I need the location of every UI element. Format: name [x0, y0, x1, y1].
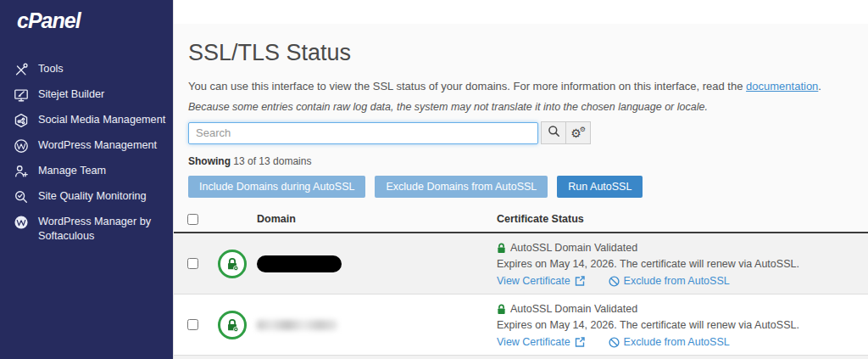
sidebar-item-wordpress-management[interactable]: WordPress Management — [0, 133, 173, 159]
status-links: View Certificate Exclude from AutoSSL — [497, 336, 868, 348]
status-detail: Expires on May 14, 2026. The certificate… — [497, 258, 868, 270]
status-badge: AutoSSL Domain Validated — [497, 242, 868, 254]
locale-note: Because some entries contain raw log dat… — [188, 101, 854, 113]
search-input[interactable] — [188, 122, 538, 144]
table-row: AutoSSL Domain Validated Expires on May … — [174, 233, 868, 294]
column-header-domain: Domain — [257, 213, 497, 225]
view-certificate-label: View Certificate — [497, 336, 570, 348]
sidebar: cPanel Tools Sitejet Builder Social Medi… — [0, 0, 173, 359]
green-lock-icon — [497, 243, 506, 254]
sidebar-item-social-media-management[interactable]: Social Media Management — [0, 108, 173, 133]
search-button[interactable] — [541, 121, 566, 144]
exclude-from-autossl-link[interactable]: Exclude from AutoSSL — [609, 275, 730, 287]
exclude-from-autossl-label: Exclude from AutoSSL — [624, 336, 730, 348]
ban-icon — [609, 337, 620, 348]
external-link-icon — [575, 276, 585, 286]
documentation-link[interactable]: documentation — [746, 80, 818, 93]
certificate-status-cell: AutoSSL Domain Validated Expires on May … — [497, 240, 868, 287]
exclude-domains-autossl-button[interactable]: Exclude Domains from AutoSSL — [375, 176, 548, 198]
manage-team-icon — [14, 164, 29, 179]
sidebar-item-tools[interactable]: Tools — [0, 57, 173, 82]
top-bar — [174, 0, 868, 24]
ban-icon — [609, 276, 620, 287]
sidebar-item-sitejet-builder[interactable]: Sitejet Builder — [0, 82, 173, 108]
wordpress-icon — [14, 138, 29, 154]
showing-count: Showing 13 of 13 domains — [188, 155, 868, 167]
redaction-blackout — [257, 255, 342, 272]
page-description: You can use this interface to view the S… — [188, 80, 854, 93]
exclude-from-autossl-link[interactable]: Exclude from AutoSSL — [609, 336, 730, 348]
sitejet-icon — [14, 87, 29, 103]
domain-name-redacted — [257, 240, 497, 287]
site-quality-icon — [14, 189, 29, 205]
exclude-from-autossl-label: Exclude from AutoSSL — [624, 275, 730, 287]
green-lock-icon — [497, 304, 506, 315]
sidebar-item-label: Manage Team — [38, 164, 106, 178]
sidebar-item-label: Social Media Management — [38, 113, 165, 127]
row-checkbox[interactable] — [187, 258, 198, 269]
sidebar-item-site-quality-monitoring[interactable]: Site Quality Monitoring — [0, 184, 173, 210]
sidebar-item-label: Sitejet Builder — [38, 87, 104, 102]
view-certificate-link[interactable]: View Certificate — [497, 336, 585, 348]
ssl-lock-badge-icon — [218, 311, 247, 339]
main-content: SSL/TLS Status You can use this interfac… — [173, 0, 868, 359]
status-badge-text: AutoSSL Domain Validated — [510, 303, 637, 315]
showing-label: Showing — [188, 155, 231, 167]
row-checkbox[interactable] — [187, 319, 198, 330]
ssl-lock-badge-icon — [218, 250, 247, 278]
domains-table: Domain Certificate Status AutoSSL Domain… — [174, 208, 868, 359]
domain-name-redacted — [257, 301, 497, 348]
page-title: SSL/TLS Status — [188, 40, 868, 66]
table-row: AutoSSL Domain Validated Expires on May … — [174, 294, 868, 356]
external-link-icon — [575, 337, 585, 347]
sidebar-item-manage-team[interactable]: Manage Team — [0, 159, 173, 184]
view-certificate-label: View Certificate — [497, 275, 570, 287]
run-autossl-button[interactable]: Run AutoSSL — [557, 176, 643, 198]
column-header-certificate-status: Certificate Status — [497, 213, 868, 225]
status-links: View Certificate Exclude from AutoSSL — [497, 275, 868, 287]
sidebar-item-label: Tools — [38, 62, 64, 76]
include-domains-autossl-button[interactable]: Include Domains during AutoSSL — [188, 176, 365, 198]
status-badge-text: AutoSSL Domain Validated — [510, 242, 637, 254]
sidebar-item-label: Site Quality Monitoring — [38, 189, 147, 204]
sidebar-item-label: WordPress Management — [38, 138, 157, 153]
table-row-partial — [174, 356, 868, 359]
table-header: Domain Certificate Status — [174, 208, 868, 233]
sidebar-item-label: WordPress Manager by Softaculous — [38, 215, 168, 244]
search-icon — [548, 125, 560, 141]
cpanel-logo[interactable]: cPanel — [0, 0, 173, 33]
sidebar-nav: Tools Sitejet Builder Social Media Manag… — [0, 57, 173, 249]
autossl-actions: Include Domains during AutoSSL Exclude D… — [188, 176, 868, 198]
view-certificate-link[interactable]: View Certificate — [497, 275, 585, 287]
wordpress-manager-icon — [14, 215, 29, 230]
certificate-status-cell: AutoSSL Domain Validated Expires on May … — [497, 301, 868, 348]
sidebar-item-wordpress-manager-softaculous[interactable]: WordPress Manager by Softaculous — [0, 210, 173, 249]
gears-icon: ⚙⚙ — [570, 126, 586, 140]
search-bar: ⚙⚙ — [188, 121, 868, 144]
select-all-checkbox[interactable] — [187, 214, 198, 225]
description-period: . — [818, 80, 821, 93]
app-window: cPanel Tools Sitejet Builder Social Medi… — [0, 0, 868, 359]
redaction-blur — [257, 320, 337, 330]
status-detail: Expires on May 14, 2026. The certificate… — [497, 319, 868, 331]
status-badge: AutoSSL Domain Validated — [497, 303, 868, 315]
search-settings-button[interactable]: ⚙⚙ — [565, 121, 591, 144]
description-text: You can use this interface to view the S… — [188, 80, 746, 93]
social-media-icon — [14, 113, 29, 128]
showing-text: 13 of 13 domains — [231, 155, 311, 167]
tools-icon — [14, 62, 29, 77]
